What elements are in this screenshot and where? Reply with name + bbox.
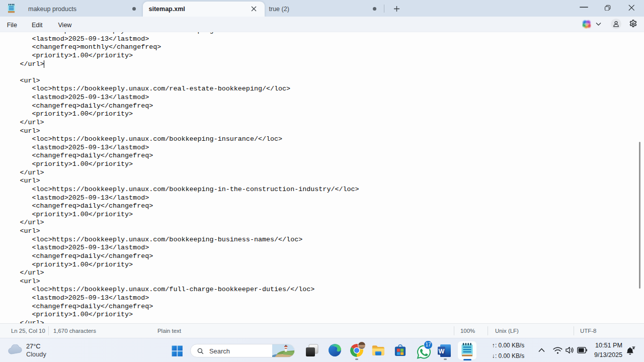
svg-text:W: W [439, 348, 445, 355]
